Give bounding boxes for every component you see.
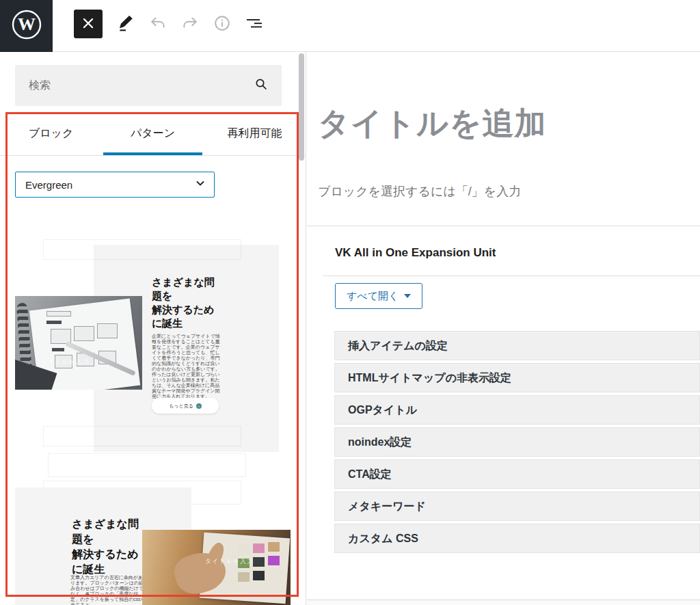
list-view-icon: [245, 14, 264, 34]
svg-text:W: W: [18, 14, 36, 34]
chevron-down-icon: [195, 178, 206, 191]
redo-icon: [181, 14, 199, 34]
arrow-circle-icon: →: [196, 403, 202, 409]
pattern2-body: 文章入力エリアの左右に余白があります。ブロックパターンはの組み合わせはブロックの…: [70, 575, 147, 605]
pattern1-notebook-photo: タイトルを入力: [15, 296, 142, 390]
close-icon: [82, 17, 94, 31]
meta-panel-cta[interactable]: CTA設定: [334, 459, 700, 489]
pattern-spacer-placeholder: [43, 426, 241, 446]
pattern-category-value: Evergreen: [25, 179, 195, 191]
pattern1-more-button: もっと見る →: [152, 398, 219, 414]
vk-panel-title: VK All in One Expansion Unit: [335, 246, 496, 260]
vk-meta-panels: 挿入アイテムの設定 HTMLサイトマップの非表示設定 OGPタイトル noind…: [334, 331, 700, 556]
caret-down-icon: [404, 294, 411, 298]
open-all-button[interactable]: すべて開く: [335, 283, 422, 309]
meta-panel-noindex[interactable]: noindex設定: [334, 427, 700, 457]
post-title-input[interactable]: タイトルを追加: [318, 103, 546, 145]
block-editor-screen: W: [0, 0, 700, 605]
block-inserter-panel: ブロック パターン 再利用可能 Evergreen: [0, 52, 306, 605]
pattern-category-select[interactable]: Evergreen: [15, 172, 215, 198]
tab-blocks[interactable]: ブロック: [0, 111, 102, 155]
wordpress-logo-icon: W: [11, 9, 42, 43]
meta-panel-insert-items[interactable]: 挿入アイテムの設定: [334, 331, 700, 360]
edit-tool-button[interactable]: [117, 15, 135, 33]
search-icon: [253, 76, 269, 95]
pattern-search-box: [15, 65, 282, 106]
pattern1-heading: さまざまな問 題を 解決するため に誕生: [152, 275, 234, 330]
block-appender-placeholder[interactable]: ブロックを選択するには「/」を入力: [318, 183, 521, 200]
sidebar-scrollbar-thumb[interactable]: [299, 53, 304, 161]
search-input[interactable]: [15, 65, 253, 106]
divider: [323, 275, 700, 276]
editor-canvas: タイトルを追加 ブロックを選択するには「/」を入力 VK All in One …: [307, 52, 700, 605]
pattern2-tablet-photo: タイトルを入力: [142, 530, 291, 605]
meta-panel-custom-css[interactable]: カスタム CSS: [334, 524, 700, 553]
wordpress-logo-button[interactable]: W: [0, 0, 53, 52]
undo-button[interactable]: [149, 15, 167, 33]
pattern-spacer-placeholder: [48, 453, 246, 477]
canvas-bottom-edge: [307, 600, 700, 605]
open-all-label: すべて開く: [347, 290, 399, 303]
editor-toolbar: [74, 9, 263, 39]
pattern1-body: 企業にとってウェブサイトで情報を発信をすることはとても重要なことです。企業のウェ…: [152, 334, 224, 399]
undo-icon: [149, 14, 167, 34]
tab-reusable[interactable]: 再利用可能: [204, 111, 306, 155]
pattern1-photo-caption: タイトルを入力: [41, 358, 90, 366]
list-view-button[interactable]: [245, 15, 263, 33]
meta-panel-ogp-title[interactable]: OGPタイトル: [334, 395, 700, 425]
pencil-icon: [117, 14, 135, 34]
block-inserter-toggle-button[interactable]: [74, 10, 103, 38]
divider: [307, 226, 700, 226]
meta-panel-meta-keywords[interactable]: メタキーワード: [334, 492, 700, 521]
tab-patterns[interactable]: パターン: [102, 111, 204, 155]
info-icon: [213, 14, 231, 34]
inserter-tabs: ブロック パターン 再利用可能: [0, 111, 306, 156]
more-button-label: もっと見る: [169, 403, 193, 409]
details-button[interactable]: [213, 15, 231, 33]
editor-header: W: [0, 0, 700, 52]
redo-button[interactable]: [181, 15, 199, 33]
pattern2-photo-caption: タイトルを入力: [205, 557, 254, 566]
pattern-spacer-placeholder: [43, 239, 241, 260]
meta-panel-html-sitemap[interactable]: HTMLサイトマップの非表示設定: [334, 363, 700, 392]
